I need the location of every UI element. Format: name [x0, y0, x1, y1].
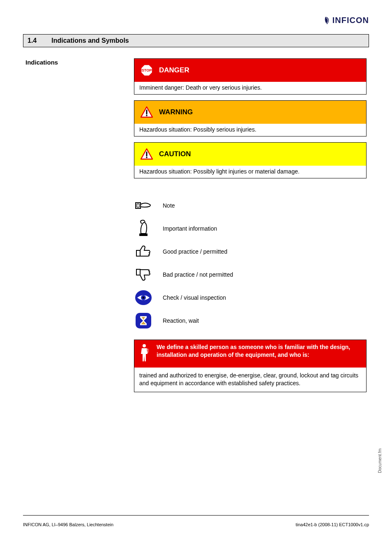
- section-header: 1.4 Indications and Symbols: [23, 34, 369, 47]
- footer-right: tina42e1-b (2008-11) ECT1000v1.cp: [295, 522, 369, 527]
- person-icon: [139, 343, 152, 364]
- skilled-person-box: We define a skilled person as someone wh…: [134, 340, 367, 392]
- brand-mark-icon: [323, 16, 331, 25]
- warning-title: WARNING: [159, 108, 193, 116]
- footer-left: INFICON AG, LI–9496 Balzers, Liechtenste…: [23, 522, 113, 527]
- warning-text: Hazardous situation: Possibly serious in…: [134, 124, 366, 136]
- symbol-row-good: Good practice / permitted: [134, 243, 367, 261]
- eye-icon: [134, 289, 153, 306]
- symbol-row-note: Note: [134, 197, 367, 215]
- section-title: Indications and Symbols: [51, 37, 129, 44]
- svg-point-17: [143, 344, 146, 347]
- caution-text: Hazardous situation: Possibly light inju…: [134, 166, 366, 178]
- caution-triangle-icon: [139, 147, 154, 162]
- svg-rect-12: [136, 269, 140, 275]
- svg-point-15: [143, 297, 145, 299]
- reminder-finger-icon: [134, 220, 153, 238]
- thumbs-down-icon: [134, 268, 153, 282]
- wait-text: Reaction, wait: [163, 317, 367, 325]
- symbol-row-important: Important information: [134, 220, 367, 238]
- pointing-hand-icon: [134, 199, 153, 212]
- caution-title: CAUTION: [159, 150, 191, 158]
- stop-icon: STOP: [139, 63, 154, 78]
- check-text: Check / visual inspection: [163, 294, 367, 302]
- bad-text: Bad practice / not permitted: [163, 271, 367, 279]
- caution-box: CAUTION Hazardous situation: Possibly li…: [134, 142, 367, 178]
- symbol-row-check: Check / visual inspection: [134, 289, 367, 307]
- svg-rect-9: [137, 204, 139, 207]
- skilled-person-heading: We define a skilled person as someone wh…: [157, 343, 361, 359]
- danger-title: DANGER: [159, 66, 189, 74]
- section-number: 1.4: [28, 37, 37, 44]
- brand-text: INFICON: [332, 16, 369, 25]
- thumbs-up-icon: [134, 245, 153, 259]
- brand-logo: INFICON: [323, 16, 369, 25]
- symbol-row-wait: Reaction, wait: [134, 312, 367, 330]
- warning-box: WARNING Hazardous situation: Possibly se…: [134, 100, 367, 136]
- svg-point-7: [146, 157, 148, 158]
- side-note: Document.fm: [378, 449, 382, 473]
- good-text: Good practice / permitted: [163, 248, 367, 256]
- important-text: Important information: [163, 225, 367, 233]
- hourglass-icon: [134, 312, 153, 329]
- warning-triangle-icon: [139, 105, 154, 120]
- danger-box: STOP DANGER Imminent danger: Death or ve…: [134, 58, 367, 95]
- svg-point-4: [146, 115, 148, 116]
- svg-text:STOP: STOP: [142, 68, 152, 72]
- skilled-person-body: trained and authorized to energise, de-e…: [134, 368, 366, 392]
- note-text: Note: [163, 202, 367, 210]
- svg-rect-8: [136, 203, 141, 208]
- svg-rect-11: [136, 250, 140, 256]
- symbol-row-bad: Bad practice / not permitted: [134, 266, 367, 284]
- danger-text: Imminent danger: Death or very serious i…: [134, 82, 366, 94]
